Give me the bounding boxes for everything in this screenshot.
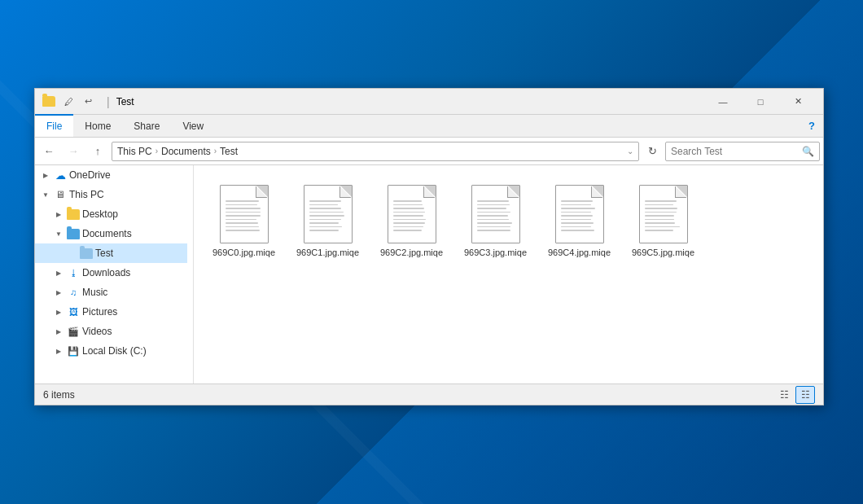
onedrive-icon: ☁: [54, 169, 67, 181]
sidebar: ▶ ☁ OneDrive ▼ 🖥 This PC ▶: [35, 165, 194, 383]
title-bar: 🖊 ↩ | Test — □ ✕: [35, 89, 823, 115]
breadcrumb: This PC › Documents › Test: [117, 146, 238, 157]
file-name: 969C3.jpg.miqe: [464, 247, 527, 258]
breadcrumb-this-pc[interactable]: This PC: [117, 146, 152, 157]
qa-properties-button[interactable]: 🖊: [59, 93, 77, 111]
search-icon[interactable]: 🔍: [802, 146, 814, 157]
sidebar-item-documents[interactable]: ▼ Documents: [35, 224, 187, 243]
minimize-button[interactable]: —: [704, 89, 742, 115]
expand-icon-this-pc: ▼: [40, 189, 51, 200]
expand-icon-videos: ▶: [53, 326, 64, 337]
help-button[interactable]: ?: [800, 115, 823, 137]
quick-access-toolbar: 🖊 ↩: [59, 93, 97, 111]
up-button[interactable]: ↑: [87, 141, 108, 162]
status-bar: 6 items ☷ ☷: [35, 383, 823, 405]
details-view-button[interactable]: ☷: [774, 386, 794, 404]
file-icon-container: [215, 182, 274, 247]
expand-icon-onedrive: ▶: [40, 169, 51, 181]
sidebar-label-pictures: Pictures: [82, 306, 187, 318]
file-lines: [477, 200, 513, 231]
crumb-separator-1: ›: [156, 147, 158, 156]
sidebar-item-downloads[interactable]: ▶ ⭳ Downloads: [35, 263, 187, 283]
sidebar-item-desktop[interactable]: ▶ Desktop: [35, 204, 187, 224]
expand-icon-desktop: ▶: [53, 208, 64, 220]
file-name: 969C1.jpg.miqe: [296, 247, 359, 258]
view-toggle-group: ☷ ☷: [774, 386, 815, 404]
sidebar-item-videos[interactable]: ▶ 🎬 Videos: [35, 322, 187, 341]
file-icon: [388, 185, 436, 243]
sidebar-item-onedrive[interactable]: ▶ ☁ OneDrive: [35, 165, 187, 185]
file-grid: 969C0.jpg.miqe 969C1.jpg.miqe 969C2.jpg.…: [202, 173, 815, 266]
file-lines: [393, 200, 429, 231]
explorer-window: 🖊 ↩ | Test — □ ✕ File Home Share View ? …: [34, 88, 824, 405]
sidebar-label-test: Test: [95, 248, 187, 259]
breadcrumb-test[interactable]: Test: [220, 146, 238, 157]
tab-home[interactable]: Home: [73, 115, 122, 137]
expand-icon-local-disk: ▶: [53, 345, 64, 357]
sidebar-label-documents: Documents: [82, 228, 187, 239]
close-button[interactable]: ✕: [779, 89, 817, 115]
file-icon-container: [467, 182, 525, 247]
sidebar-item-this-pc[interactable]: ▼ 🖥 This PC: [35, 185, 187, 204]
sidebar-item-test[interactable]: Test: [35, 243, 187, 263]
file-icon-container: [299, 182, 357, 247]
breadcrumb-documents[interactable]: Documents: [161, 146, 211, 157]
forward-button[interactable]: →: [63, 141, 84, 162]
file-item[interactable]: 969C0.jpg.miqe: [205, 177, 283, 263]
file-name: 969C4.jpg.miqe: [548, 247, 611, 258]
expand-icon-test: [66, 248, 77, 259]
music-icon: ♫: [67, 287, 80, 298]
sidebar-item-pictures[interactable]: ▶ 🖼 Pictures: [35, 302, 187, 322]
window-title: Test: [116, 96, 704, 107]
item-count: 6 items: [43, 389, 75, 401]
pc-icon: 🖥: [54, 189, 67, 200]
address-dropdown-arrow[interactable]: ⌄: [627, 147, 633, 156]
sidebar-label-desktop: Desktop: [82, 208, 187, 220]
file-icon: [471, 185, 520, 243]
file-icon: [639, 185, 688, 243]
maximize-button[interactable]: □: [742, 89, 779, 115]
sidebar-label-music: Music: [82, 287, 187, 298]
file-item[interactable]: 969C4.jpg.miqe: [541, 177, 618, 263]
file-item[interactable]: 969C2.jpg.miqe: [373, 177, 450, 263]
sidebar-item-local-disk[interactable]: ▶ 💾 Local Disk (C:): [35, 341, 187, 361]
refresh-button[interactable]: ↻: [642, 142, 662, 161]
qa-undo-button[interactable]: ↩: [79, 93, 97, 111]
window-controls: — □ ✕: [704, 89, 817, 115]
back-button[interactable]: ←: [38, 141, 59, 162]
crumb-separator-2: ›: [214, 147, 217, 156]
sidebar-label-this-pc: This PC: [69, 189, 187, 200]
sidebar-label-downloads: Downloads: [82, 267, 187, 278]
large-icons-view-button[interactable]: ☷: [795, 386, 815, 404]
file-lines: [226, 200, 261, 231]
main-content: ▶ ☁ OneDrive ▼ 🖥 This PC ▶: [35, 165, 823, 383]
sidebar-item-music[interactable]: ▶ ♫ Music: [35, 283, 187, 302]
search-input[interactable]: [671, 146, 802, 157]
expand-icon-downloads: ▶: [53, 267, 64, 278]
sidebar-label-onedrive: OneDrive: [69, 169, 187, 181]
search-box[interactable]: 🔍: [665, 142, 820, 161]
tab-share[interactable]: Share: [122, 115, 171, 137]
expand-icon-documents: ▼: [53, 228, 64, 239]
file-item[interactable]: 969C1.jpg.miqe: [289, 177, 366, 263]
file-icon-container: [550, 182, 609, 247]
file-lines: [309, 200, 345, 231]
disk-icon: 💾: [67, 345, 80, 357]
file-lines: [561, 200, 597, 231]
videos-icon: 🎬: [67, 326, 80, 337]
title-folder-icon: [42, 94, 56, 109]
tab-file[interactable]: File: [35, 114, 73, 137]
file-item[interactable]: 969C3.jpg.miqe: [457, 177, 534, 263]
file-name: 969C2.jpg.miqe: [380, 247, 443, 258]
desktop-folder-icon: [67, 208, 80, 220]
ribbon: File Home Share View ?: [35, 115, 823, 138]
file-icon: [304, 185, 353, 243]
tab-view[interactable]: View: [171, 115, 215, 137]
address-bar[interactable]: This PC › Documents › Test ⌄: [112, 142, 639, 161]
title-divider: |: [107, 95, 110, 108]
file-item[interactable]: 969C5.jpg.miqe: [624, 177, 702, 263]
file-icon-container: [634, 182, 693, 247]
file-lines: [645, 200, 681, 231]
test-folder-icon: [80, 248, 93, 259]
file-icon: [555, 185, 604, 243]
